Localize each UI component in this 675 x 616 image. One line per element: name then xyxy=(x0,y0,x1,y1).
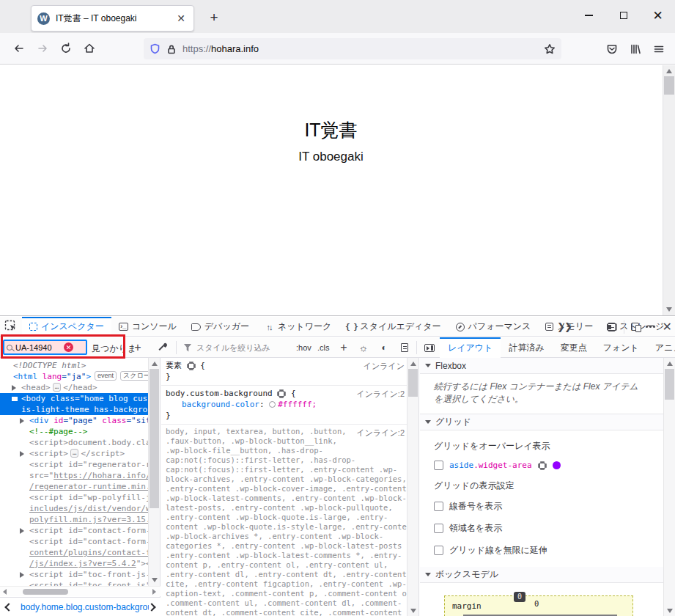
element-picker-button[interactable] xyxy=(4,320,18,337)
markup-hscrollbar[interactable] xyxy=(0,586,161,596)
markup-line[interactable]: polyfill.min.js?ver=3.15.0": xyxy=(0,514,148,525)
scroll-down-icon[interactable] xyxy=(667,609,673,613)
markup-line[interactable]: <head>…</head> xyxy=(0,382,148,393)
scroll-down-icon[interactable] xyxy=(666,307,672,312)
scroll-left-icon[interactable] xyxy=(3,589,7,595)
more-tabs-button[interactable]: ❯❯ xyxy=(557,317,572,337)
ellipsis-icon[interactable]: … xyxy=(70,449,78,458)
devtools-tab-performance[interactable]: パフォーマンス xyxy=(449,317,539,337)
pseudo-class-button[interactable]: :hov xyxy=(296,337,311,358)
back-button[interactable] xyxy=(7,37,31,59)
page-scrollbar[interactable] xyxy=(663,65,675,315)
library-button[interactable] xyxy=(624,38,647,60)
maximize-button[interactable] xyxy=(606,0,641,31)
markup-line[interactable]: <script>document.body.class xyxy=(0,437,148,448)
menu-button[interactable] xyxy=(647,38,671,60)
css-value[interactable]: #ffffff; xyxy=(278,400,317,409)
scrollbar-thumb[interactable] xyxy=(665,369,674,400)
bookmark-star-icon[interactable] xyxy=(544,43,556,55)
markup-line[interactable]: <script id="contact-form-7- xyxy=(0,525,148,536)
close-button[interactable]: ✕ xyxy=(641,0,675,31)
sidebar-toggle-button[interactable] xyxy=(422,340,437,355)
selector-highlighter-icon[interactable] xyxy=(188,363,194,369)
grid-color-swatch[interactable] xyxy=(553,461,561,469)
devtools-tab-style[interactable]: スタイルエディター xyxy=(339,317,448,337)
devtools-close-icon[interactable]: ✕ xyxy=(663,321,672,333)
light-scheme-button[interactable]: ☼ xyxy=(357,340,370,355)
event-badge[interactable]: event xyxy=(95,371,117,381)
markup-line[interactable]: includes/js/dist/vendor/wp- xyxy=(0,503,148,514)
sidebar-tab[interactable]: フォント xyxy=(595,337,647,358)
scroll-down-icon[interactable] xyxy=(152,578,158,582)
scroll-right-icon[interactable] xyxy=(152,589,156,595)
flexbox-section-header[interactable]: Flexbox xyxy=(420,358,663,374)
markup-line[interactable]: <script>…</script> xyxy=(0,448,148,459)
style-filter-input[interactable] xyxy=(195,342,290,353)
scrollbar-thumb[interactable] xyxy=(408,369,418,397)
style-filter-field[interactable] xyxy=(195,337,290,358)
dock-side-icon[interactable] xyxy=(607,323,617,331)
markup-line[interactable]: content/plugins/contact-for xyxy=(0,547,148,558)
lock-icon[interactable] xyxy=(166,44,177,54)
devtools-tab-console[interactable]: コンソール xyxy=(111,317,184,337)
markup-line[interactable]: <html lang="ja">eventスクロール xyxy=(0,371,148,382)
markup-line[interactable]: <!--#page--> xyxy=(0,426,148,437)
url-text[interactable]: https://hohara.info xyxy=(182,43,544,54)
scrollbar-thumb[interactable] xyxy=(664,76,674,95)
print-media-button[interactable] xyxy=(398,340,411,355)
scroll-up-icon[interactable] xyxy=(410,362,416,366)
rule-source-link[interactable]: インライン:2 xyxy=(357,389,405,400)
selector-highlighter-icon[interactable] xyxy=(279,391,284,397)
scroll-down-icon[interactable] xyxy=(410,609,416,613)
new-rule-button[interactable]: + xyxy=(337,340,350,355)
color-swatch[interactable] xyxy=(269,401,276,408)
forward-button[interactable] xyxy=(31,37,54,59)
scroll-up-icon[interactable] xyxy=(152,362,158,366)
markup-line[interactable]: <script id="regenerator-run xyxy=(0,459,148,470)
boxmodel-section-header[interactable]: ボックスモデル xyxy=(420,567,663,583)
responsive-design-icon[interactable] xyxy=(631,323,639,331)
scroll-up-icon[interactable] xyxy=(667,362,673,366)
rule-source-link[interactable]: インライン xyxy=(364,361,405,372)
eyedropper-button[interactable] xyxy=(155,340,169,355)
sidebar-tab[interactable]: 計算済み xyxy=(501,337,552,358)
browser-tab[interactable]: W IT覚書 – IT oboegaki ✕ xyxy=(31,5,194,32)
clear-search-icon[interactable]: ✕ xyxy=(64,342,73,352)
markup-line[interactable]: /regenerator-runtime.min.js xyxy=(0,481,148,492)
breadcrumb[interactable]: body.home.blog.custom-backgrou xyxy=(21,602,149,612)
markup-line[interactable]: <body class="home blog custom xyxy=(0,393,148,404)
checkbox[interactable] xyxy=(434,546,443,555)
breadcrumb-next-icon[interactable] xyxy=(147,603,155,611)
markup-line[interactable]: <!DOCTYPE html> xyxy=(0,360,148,371)
devtools-tab-debugger[interactable]: デバッガー xyxy=(184,317,257,337)
ellipsis-icon[interactable]: … xyxy=(53,383,61,392)
expand-twisty-icon[interactable] xyxy=(20,418,24,424)
search-input[interactable] xyxy=(15,343,64,352)
tracking-shield-icon[interactable] xyxy=(150,43,161,54)
margin-top-value[interactable]: 0 xyxy=(534,599,539,608)
class-toggle-button[interactable]: .cls xyxy=(317,337,330,358)
reload-button[interactable] xyxy=(54,37,78,59)
checkbox[interactable] xyxy=(434,502,443,511)
markup-line[interactable]: <script id="wp-polyfill-js" xyxy=(0,492,148,503)
devtools-tab-network[interactable]: ネットワーク xyxy=(257,317,339,337)
scroll-up-icon[interactable] xyxy=(666,69,672,73)
markup-line[interactable]: src="https://hohara.info/wp xyxy=(0,470,148,481)
new-tab-button[interactable]: + xyxy=(204,7,224,28)
css-property[interactable]: background-color xyxy=(182,400,259,409)
site-title[interactable]: IT覚書 xyxy=(0,118,662,142)
sidebar-tab[interactable]: レイアウト xyxy=(440,337,501,358)
markup-search-box[interactable]: ✕ xyxy=(3,340,87,355)
markup-line[interactable]: <script id="toc-front-js" xyxy=(0,580,148,586)
dark-scheme-button[interactable]: ◐ xyxy=(377,340,391,355)
markup-line[interactable]: <script id="toc-front-js-ex xyxy=(0,569,148,580)
minimize-button[interactable] xyxy=(572,0,606,31)
grid-section-header[interactable]: グリッド xyxy=(420,414,663,430)
home-button[interactable] xyxy=(78,37,101,59)
markup-line[interactable]: <div id="page" class="site"> xyxy=(0,415,148,426)
grid-overlay-checkbox[interactable] xyxy=(434,461,443,470)
markup-line[interactable]: /js/index.js?ver=5.4.2"></s xyxy=(0,558,148,569)
expand-twisty-icon[interactable] xyxy=(20,451,24,457)
expand-twisty-icon[interactable] xyxy=(20,528,24,534)
rules-scrollbar[interactable] xyxy=(407,358,418,616)
